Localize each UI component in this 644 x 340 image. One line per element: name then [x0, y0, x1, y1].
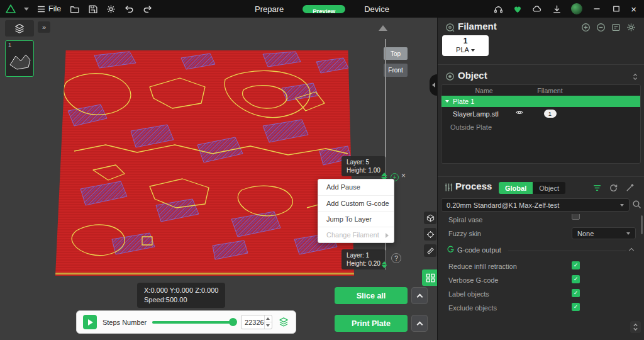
coords-tooltip: X:0.000 Y:0.000 Z:0.000 Speed:500.00: [137, 283, 225, 308]
chevron-left-icon: [432, 82, 435, 88]
steps-spinner[interactable]: 22326: [241, 315, 272, 329]
menu-item-add-custom-gcode[interactable]: Add Custom G-code: [318, 195, 394, 211]
gcode-icon: [447, 246, 455, 254]
side-tool-cube-button[interactable]: [424, 212, 436, 224]
side-tool-target-button[interactable]: [424, 228, 436, 241]
chevron-up-icon: [416, 294, 423, 300]
process-settings-list: Spiral vase Fuzzy skin None G-code outpu…: [438, 214, 644, 322]
object-unfold-button[interactable]: [631, 72, 639, 84]
column-filament: Filament: [526, 87, 574, 94]
process-tune-button[interactable]: [625, 183, 635, 195]
panel-expand-button[interactable]: [630, 321, 641, 333]
add-filament-button[interactable]: [581, 23, 591, 35]
close-button[interactable]: ×: [631, 4, 636, 14]
view-up-arrow[interactable]: [379, 25, 387, 31]
menu-item-jump-to-layer[interactable]: Jump To Layer: [318, 211, 394, 227]
panel-collapse-handle[interactable]: [430, 74, 437, 96]
steps-value[interactable]: 22326: [242, 315, 264, 329]
table-row-outside-plate[interactable]: Outside Plate: [441, 120, 640, 133]
menu-item-change-filament[interactable]: Change Filament: [318, 227, 394, 242]
help-button[interactable]: ?: [391, 253, 401, 263]
fuzzy-skin-value: None: [577, 230, 626, 237]
row-expand-icon[interactable]: [445, 100, 449, 103]
all-plates-view-button[interactable]: [422, 269, 437, 286]
process-scope-toggle: Global Object: [499, 182, 565, 194]
grid-icon: [426, 273, 435, 283]
table-row-plate[interactable]: Plate 1: [441, 96, 640, 107]
cube-icon: [426, 214, 435, 222]
layer-tooltip-top-layer: Layer: 5: [347, 158, 380, 166]
play-button[interactable]: [83, 315, 97, 329]
ruler-icon: [426, 247, 435, 255]
visibility-eye-icon[interactable]: [515, 109, 524, 117]
cloud-icon[interactable]: [532, 4, 542, 14]
plate-stack-button[interactable]: [5, 20, 34, 37]
filament-section-title: Filament: [458, 21, 497, 31]
steps-decrement-button[interactable]: [265, 322, 272, 329]
setting-reduce-infill-checkbox[interactable]: ✓: [572, 261, 580, 269]
maximize-button[interactable]: [611, 4, 621, 14]
object-table: Name Filament Plate 1 SlayerLamp.stl 1 O…: [441, 84, 641, 164]
setting-spiral-vase-checkbox[interactable]: [572, 214, 580, 220]
layers-mode-icon[interactable]: [278, 317, 289, 327]
expand-panel-button[interactable]: »: [38, 21, 50, 33]
steps-bar: Steps Number 22326: [76, 310, 296, 334]
minimize-button[interactable]: [592, 4, 602, 14]
side-tool-measure-button[interactable]: [424, 244, 436, 257]
view-front-button[interactable]: Front: [384, 64, 408, 77]
user-avatar[interactable]: [571, 3, 582, 14]
remove-filament-button[interactable]: [596, 23, 606, 35]
layer-slider-handle-bottom[interactable]: [382, 261, 387, 268]
filament-assignment-badge[interactable]: 1: [544, 110, 557, 118]
slice-options-button[interactable]: [411, 287, 428, 304]
steps-slider[interactable]: [152, 318, 235, 326]
print-options-button[interactable]: [411, 315, 428, 332]
process-sliders-icon: [444, 183, 453, 192]
submenu-arrow-icon: [386, 233, 389, 238]
scope-object-button[interactable]: Object: [533, 182, 565, 194]
table-row-object[interactable]: SlayerLamp.stl 1: [441, 107, 640, 120]
process-reset-button[interactable]: [609, 183, 618, 195]
plate-thumbnail[interactable]: 1: [5, 40, 34, 77]
right-panel: Filament 1 PLA Object Name Filament Plat…: [437, 18, 644, 340]
tab-device[interactable]: Device: [364, 4, 389, 14]
settings-scrollbar[interactable]: [641, 215, 643, 234]
process-preset-dropdown[interactable]: 0.20mm Standard@K1 Max-Zelf-test: [441, 198, 630, 212]
setting-fuzzy-skin-label: Fuzzy skin: [448, 230, 481, 237]
object-target-icon: [445, 72, 455, 81]
dismiss-marker-icon[interactable]: ×: [401, 171, 406, 180]
slice-all-button[interactable]: Slice all: [335, 287, 408, 304]
tab-preview[interactable]: Preview: [303, 5, 345, 13]
download-icon[interactable]: [552, 4, 562, 14]
setting-exclude-objects-checkbox[interactable]: ✓: [572, 303, 580, 311]
coords-position: X:0.000 Y:0.000 Z:0.000: [144, 286, 218, 295]
menu-item-add-pause[interactable]: Add Pause: [318, 179, 394, 195]
support-headset-icon[interactable]: [493, 4, 503, 14]
view-top-button[interactable]: Top: [384, 47, 408, 60]
chevron-up-icon: [416, 322, 423, 328]
steps-increment-button[interactable]: [265, 315, 272, 322]
steps-slider-handle[interactable]: [229, 318, 237, 326]
filament-dropdown-icon[interactable]: [471, 49, 475, 52]
viewport-3d[interactable]: » 1: [0, 18, 437, 340]
filament-list-button[interactable]: [611, 23, 621, 35]
preset-search-button[interactable]: [632, 200, 642, 212]
layer-tooltip-bottom: Layer: 1 Height: 0.20: [341, 249, 386, 269]
filament-settings-button[interactable]: [626, 23, 636, 35]
setting-label-objects-checkbox[interactable]: ✓: [572, 289, 580, 297]
fuzzy-skin-dropdown[interactable]: None: [572, 227, 636, 239]
setting-verbose-gcode-checkbox[interactable]: ✓: [572, 275, 580, 283]
process-filter-button[interactable]: [592, 183, 602, 195]
favorites-heart-icon[interactable]: [513, 4, 523, 14]
setting-label-objects-label: Label objects: [448, 290, 489, 298]
scope-global-button[interactable]: Global: [499, 182, 533, 194]
object-table-header: Name Filament: [441, 85, 640, 96]
setting-verbose-gcode-label: Verbose G-code: [448, 276, 499, 284]
filament-slot-card[interactable]: 1 PLA: [442, 35, 489, 56]
tab-prepare[interactable]: Prepare: [255, 4, 284, 14]
gcode-output-section-label: G-code output: [457, 246, 501, 254]
plate-preview-canvas[interactable]: [55, 50, 354, 276]
gcode-collapse-icon[interactable]: [629, 248, 634, 253]
object-section-title: Object: [458, 70, 487, 81]
print-plate-button[interactable]: Print Plate: [335, 315, 408, 332]
